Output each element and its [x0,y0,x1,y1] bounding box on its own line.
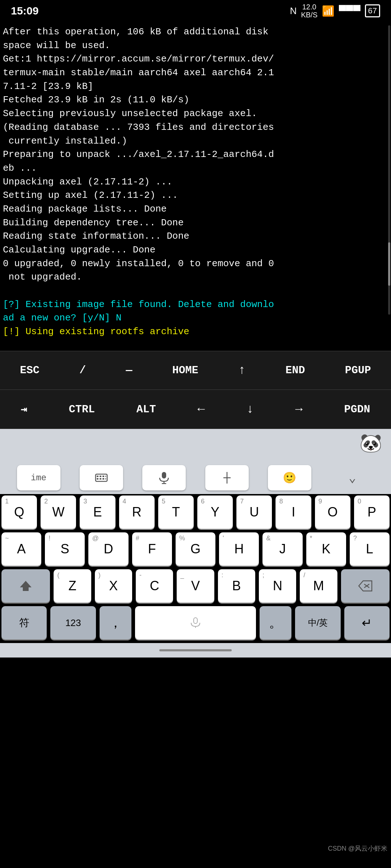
status-bar: 15:09 N 12.0KB/S 📶 ▀▀▀ 67 [0,0,391,22]
keyboard-main: 1Q 2W 3E 4R 5T 6Y 7U 8I 9O 0P ~A !S @D #… [0,494,391,639]
home-indicator [159,649,232,651]
key-row-4: 符 123 ， 。 中/英 ↵ [1,606,390,639]
cursor-icon [221,471,233,484]
enter-key[interactable]: ↵ [344,606,390,639]
chevron-down-key[interactable]: ⌄ [331,465,374,490]
key-A[interactable]: ~A [1,532,41,566]
keyboard-funcrow: ime 🙂 ⌄ [0,461,391,494]
key-Y[interactable]: 6Y [197,495,233,529]
key-P[interactable]: 0P [354,495,390,529]
slash-key[interactable]: / [73,361,92,380]
key-O[interactable]: 9O [315,495,350,529]
svg-marker-14 [20,581,31,591]
keyboard-layout-key[interactable] [80,465,123,490]
signal-icon: ▀▀▀ [339,5,361,17]
backspace-icon [358,579,373,592]
svg-rect-3 [102,476,104,477]
svg-rect-17 [194,618,197,624]
svg-rect-9 [162,472,166,478]
lang-switch-key[interactable]: 中/英 [295,606,340,639]
key-D[interactable]: @D [88,532,128,566]
key-R[interactable]: 4R [119,495,155,529]
watermark: CSDN @风云小虾米 [328,844,387,853]
alt-key[interactable]: ALT [131,400,162,419]
123-key[interactable]: 123 [50,606,96,639]
pgdn-key[interactable]: PGDN [339,400,376,419]
svg-rect-8 [105,478,106,480]
dash-key[interactable]: — [120,361,138,380]
svg-rect-0 [96,474,107,481]
key-row-1: 1Q 2W 3E 4R 5T 6Y 7U 8I 9O 0P [1,495,390,529]
key-L[interactable]: ?L [350,532,390,566]
comma-key[interactable]: ， [100,606,131,639]
key-C[interactable]: -C [136,569,173,603]
tab-key[interactable]: ⇥ [15,399,33,420]
left-arrow-key[interactable]: ← [192,399,210,420]
battery-icon: 67 [365,4,380,17]
key-W[interactable]: 2W [41,495,76,529]
key-X[interactable]: )X [95,569,132,603]
svg-rect-4 [105,476,106,477]
wifi-icon: 📶 [322,5,335,17]
key-Z[interactable]: (Z [54,569,91,603]
fu-key[interactable]: 符 [1,606,47,639]
key-U[interactable]: 7U [236,495,272,529]
terminal-area[interactable]: After this operation, 106 kB of addition… [0,22,391,351]
terminal-output: After this operation, 106 kB of addition… [3,25,388,351]
scrollbar[interactable] [388,25,390,315]
key-row-3: (Z )X -C _V :B ;N /M [1,569,390,603]
key-V[interactable]: _V [177,569,214,603]
svg-rect-1 [97,476,98,477]
home-bar [0,643,391,658]
special-key-toolbar-2: ⇥ CTRL ALT ← ↓ → PGDN [0,390,391,429]
svg-rect-2 [100,476,101,477]
special-key-toolbar-1: ESC / — HOME ↑ END PGUP [0,351,391,390]
keyboard-topbar: 🐼 [0,429,391,461]
space-key[interactable] [135,606,256,639]
key-row-2: ~A !S @D #F %G 'H &J *K ?L [1,532,390,566]
keyboard-icon [95,471,108,484]
nfc-icon: N [290,5,297,17]
key-H[interactable]: 'H [219,532,259,566]
key-F[interactable]: #F [132,532,172,566]
home-key[interactable]: HOME [167,361,204,380]
key-T[interactable]: 5T [158,495,194,529]
mic-space-icon [190,617,201,629]
backspace-key[interactable] [341,569,390,603]
scrollbar-thumb[interactable] [388,242,390,286]
svg-rect-7 [102,478,104,480]
key-B[interactable]: :B [218,569,255,603]
key-S[interactable]: !S [45,532,85,566]
key-J[interactable]: &J [262,532,302,566]
ime-switch-key[interactable]: ime [17,465,60,490]
down-arrow-key[interactable]: ↓ [240,399,259,420]
pgup-key[interactable]: PGUP [339,361,377,380]
key-N[interactable]: ;N [259,569,296,603]
key-G[interactable]: %G [176,532,215,566]
key-I[interactable]: 8I [276,495,311,529]
emoji-key[interactable]: 🙂 [268,465,311,490]
microphone-key[interactable] [142,465,186,490]
shift-icon [19,579,32,592]
right-arrow-key[interactable]: → [290,399,308,420]
svg-rect-5 [97,478,98,480]
esc-key[interactable]: ESC [14,361,45,380]
key-M[interactable]: /M [300,569,337,603]
status-icons: N 12.0KB/S 📶 ▀▀▀ 67 [290,3,380,19]
svg-rect-6 [100,478,101,480]
cursor-key[interactable] [205,465,249,490]
shift-key[interactable] [1,569,50,603]
status-time: 15:09 [11,5,39,17]
key-K[interactable]: *K [306,532,346,566]
panda-icon: 🐼 [360,433,382,455]
ctrl-key[interactable]: CTRL [63,400,101,419]
microphone-icon [158,471,170,484]
up-arrow-key[interactable]: ↑ [232,360,251,381]
network-speed: 12.0KB/S [301,3,318,19]
period-key[interactable]: 。 [260,606,291,639]
key-Q[interactable]: 1Q [1,495,37,529]
end-key[interactable]: END [280,361,311,380]
key-E[interactable]: 3E [80,495,115,529]
